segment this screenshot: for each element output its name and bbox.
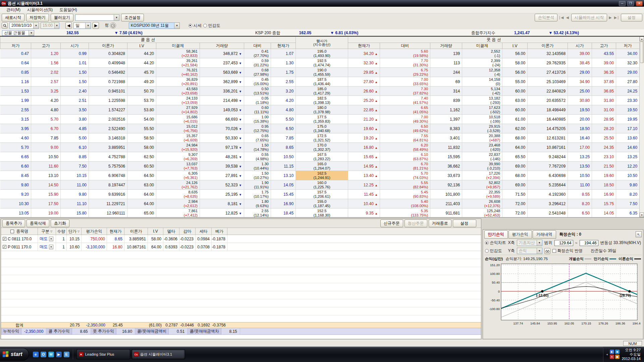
scroll-down-icon[interactable]: ▼	[640, 213, 644, 217]
chain-cell-put-change[interactable]: 6.75(29.22%)	[380, 68, 430, 77]
chain-cell-put-volume[interactable]: 8,383	[430, 124, 462, 133]
chain-cell-put-open[interactable]: 8.20	[568, 199, 592, 208]
tab-expiry-pl[interactable]: 만기손익	[484, 230, 508, 239]
position-cell-iv[interactable]: 58.00	[148, 235, 163, 243]
chain-cell-call-low[interactable]: 4.60	[0, 133, 31, 143]
chain-cell-put-volume[interactable]: 911,681	[430, 208, 462, 218]
chain-cell-put-open-interest[interactable]: 23,468(-620)	[462, 143, 502, 152]
chain-cell-put-volume[interactable]: 113	[430, 58, 462, 68]
chain-row[interactable]: 1.994.202.511.22559853.7024,133(+13,059)…	[0, 96, 640, 105]
chain-cell-call-low[interactable]: 0.64	[0, 58, 31, 68]
chain-cell-call-high[interactable]: 17.50	[31, 199, 61, 208]
chain-cell-call-theo[interactable]: 11.229721	[89, 199, 127, 208]
chain-cell-put-last[interactable]: 34.20 ▲	[348, 49, 380, 58]
chain-cell-call-low[interactable]: 10.30	[0, 199, 31, 208]
chain-cell-call-open-interest[interactable]: 2,984(+2,612)	[156, 199, 200, 208]
series-combo[interactable]: KOSPI200 08년 11월 ▼	[129, 22, 180, 29]
chain-cell-call-high[interactable]: 1.56	[31, 58, 61, 68]
position-cell-iv[interactable]: 64.00	[148, 243, 163, 251]
position-cell-current[interactable]: 16.80	[107, 243, 124, 251]
chain-cell-call-open-interest[interactable]: 15,357(+6,609)	[156, 133, 200, 143]
chain-cell-put-volume[interactable]: 1,397	[430, 115, 462, 124]
chain-cell-put-high[interactable]: 19.60	[592, 171, 616, 180]
chain-cell-call-open-interest[interactable]: 39,261(+21,584)	[156, 58, 200, 68]
chain-cell-put-open[interactable]: 8.55	[568, 190, 592, 199]
chain-row[interactable]: 5.709.006.103.88595158.0024,984(+15,920)…	[0, 143, 640, 152]
chain-cell-call-low[interactable]: 6.65	[0, 152, 31, 162]
position-cell-theo[interactable]: 3.885951	[124, 235, 148, 243]
positions-col-header[interactable]: 수량	[56, 228, 67, 235]
positions-col-header[interactable]: 단가 ▽	[67, 228, 82, 235]
call-col-header[interactable]: 대비	[244, 43, 271, 49]
chain-cell-put-low[interactable]: 32.30	[616, 58, 640, 68]
chain-cell-call-change[interactable]: 1.90(11.91%)	[244, 180, 271, 190]
chain-cell-call-last[interactable]: 13.10	[271, 171, 296, 180]
chain-cell-call-theo[interactable]: 3.146318	[89, 133, 127, 143]
chain-cell-put-open[interactable]: 39.00	[568, 49, 592, 58]
futures-combo[interactable]: 선물 근월물 ▼	[2, 30, 34, 36]
chain-cell-call-theo[interactable]: 0.304828	[89, 49, 127, 58]
put-col-header[interactable]: 저가	[616, 43, 640, 49]
chain-cell-call-low[interactable]: 9.80	[0, 180, 31, 190]
chevron-down-icon[interactable]: ▼	[174, 23, 179, 28]
chain-cell-put-theo[interactable]: 7.767209	[528, 162, 568, 171]
position-cell-delta[interactable]: 0.6393	[163, 243, 179, 251]
chain-cell-put-theo[interactable]: 10.867161	[528, 143, 568, 152]
chain-cell-call-low[interactable]: 6.60	[0, 162, 31, 171]
chevron-down-icon[interactable]: ▼	[537, 248, 542, 254]
chain-cell-put-open[interactable]: 13.25	[568, 152, 592, 162]
position-cell-delta[interactable]: -0.3606	[163, 235, 179, 243]
tab-valuation-pl[interactable]: 평가손익	[508, 230, 532, 239]
chain-cell-put-theo[interactable]: 14.475205	[528, 124, 568, 133]
chain-cell-put-low[interactable]: 13.60	[616, 133, 640, 143]
chain-cell-call-last[interactable]: 18.45	[271, 208, 296, 218]
chain-cell-put-theo[interactable]: 9.248244	[528, 152, 568, 162]
chain-cell-put-change[interactable]: 5.60(19.58%)	[380, 49, 430, 58]
positions-col-header[interactable]: 감마	[179, 228, 196, 235]
chain-cell-put-theo[interactable]: 18.498449	[528, 105, 568, 115]
chain-cell-put-change[interactable]: 7.30(37.82%)	[380, 86, 430, 96]
chain-cell-call-change[interactable]: 1.50(14.78%)	[244, 143, 271, 152]
chain-cell-put-change[interactable]: 5.55(82.84%)	[380, 180, 430, 190]
chain-row[interactable]: 3.155.703.802.00251654.0015,686(+6,015)6…	[0, 115, 640, 124]
restart-button[interactable]: 새로시작	[2, 14, 24, 21]
chain-cell-call-theo[interactable]: 3.885951	[89, 143, 127, 152]
chain-cell-put-volume[interactable]: 36,662	[430, 162, 462, 171]
chain-cell-call-open-interest[interactable]: 43,583(+23,658)	[156, 86, 200, 96]
chain-cell-call-low[interactable]: 0.85	[0, 68, 31, 77]
chain-cell-put-open[interactable]: 34.90	[568, 77, 592, 86]
chain-cell-call-theo[interactable]: 0.409948	[89, 58, 127, 68]
position-cell-qty[interactable]: 1	[56, 235, 67, 243]
chain-cell-put-change[interactable]: 7.70(31.30%)	[380, 58, 430, 68]
chain-cell-put-volume[interactable]: 15,595	[430, 152, 462, 162]
put-col-header[interactable]: I.V	[502, 43, 528, 49]
chain-cell-call-iv[interactable]: 64.50	[127, 171, 156, 180]
chain-row[interactable]: 2.554.803.501.57422753.8027,929(+14,802)…	[0, 105, 640, 115]
chain-cell-put-change[interactable]: 5.45(90.83%)	[380, 190, 430, 199]
chevron-down-icon[interactable]: ▼	[537, 240, 542, 246]
chain-cell-put-change[interactable]: 7.55(64.81%)	[380, 133, 430, 143]
chain-row[interactable]: 10.3017.5011.1011.22972164.002,984(+2,61…	[0, 199, 640, 208]
simulation-start-button[interactable]: 시뮬레이션 시작	[571, 14, 607, 21]
positions-col-header[interactable]: 베가	[212, 228, 227, 235]
chain-cell-call-open[interactable]: 0.99	[61, 49, 89, 58]
chain-cell-put-iv[interactable]: 56.00	[502, 49, 528, 58]
position-cell-pl[interactable]: 750,000	[82, 235, 107, 243]
chain-cell-call-volume[interactable]: 48,281 ▼	[200, 152, 244, 162]
chain-cell-call-open[interactable]: 8.85	[61, 152, 89, 162]
call-col-header[interactable]: 시가	[61, 43, 89, 49]
chain-cell-call-volume[interactable]: 52,323 ▼	[200, 180, 244, 190]
chain-cell-call-theo[interactable]: 12.960111	[89, 208, 127, 218]
chain-cell-put-open[interactable]: 30.80	[568, 96, 592, 105]
preset-combo[interactable]: ▼	[75, 14, 119, 21]
clock-icon[interactable]	[110, 22, 116, 28]
chain-cell-call-iv[interactable]: 63.00	[127, 180, 156, 190]
chain-cell-put-iv[interactable]: 61.00	[502, 115, 528, 124]
chain-cell-call-open-interest[interactable]: 8,635(+8,635)	[156, 190, 200, 199]
search-icon[interactable]	[2, 22, 8, 28]
chain-cell-put-volume[interactable]: 3,401	[430, 133, 462, 143]
chain-cell-put-theo[interactable]: 5.235644	[528, 180, 568, 190]
chain-cell-put-high[interactable]: 31.80	[592, 96, 616, 105]
chain-row[interactable]: 9.2015.909.809.63991664.008,635(+8,635)2…	[0, 190, 640, 199]
chain-cell-put-low[interactable]: 29.00	[616, 68, 640, 77]
